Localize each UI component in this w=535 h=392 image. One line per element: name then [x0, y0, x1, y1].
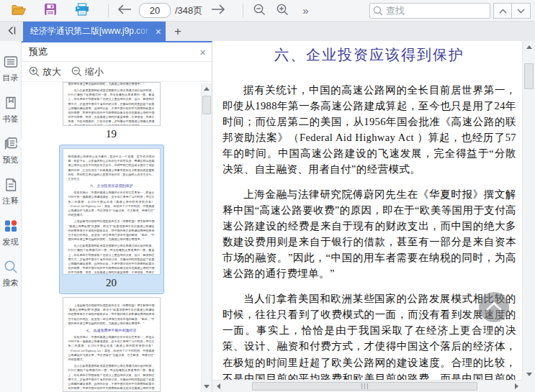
- printer-icon: [75, 3, 89, 18]
- document-tab-title: 经济学通识第二版[www.j9p.cor: [30, 25, 153, 37]
- arrow-right-icon: [211, 4, 225, 17]
- paragraph: 据有关统计，中国的高速公路网的全长目前居世界第一，即使从1988年第一条高速公路…: [222, 82, 516, 177]
- sidebar-item-toc[interactable]: 目录: [2, 55, 19, 82]
- thumbnail-zoom-in-button[interactable]: 放大: [29, 65, 61, 78]
- sidebar-icon-strip: 目录 书签 预览 注释: [0, 41, 22, 392]
- active-document-tab[interactable]: 经济学通识第二版[www.j9p.cor ×: [23, 22, 166, 41]
- mini-paragraph: 上海金融与法律研究院傅蔚冈先生在《华夏时报》撰文解释中国“高速公路要收费”的原因…: [68, 82, 155, 86]
- zoom-out-label: 缩小: [85, 65, 104, 78]
- folder-open-icon: [12, 4, 27, 18]
- vertical-scrollbar-thumb[interactable]: [524, 63, 534, 89]
- magnifier-plus-icon: [29, 66, 40, 77]
- previous-page-button[interactable]: [116, 2, 133, 19]
- scroll-up-arrow[interactable]: [202, 83, 212, 94]
- search-icon: [373, 6, 383, 16]
- section-title: 六、企业投资应该得到保护: [222, 45, 516, 65]
- scroll-up-arrow[interactable]: [523, 41, 535, 53]
- sidebar-item-label: 发现: [2, 237, 19, 246]
- thumbnail-zoom-out-button[interactable]: 缩小: [71, 65, 104, 78]
- zoom-in-label: 放大: [42, 65, 61, 78]
- mini-section-title: 六、企业投资应该得到保护: [68, 183, 155, 188]
- magnifier-plus-icon: [277, 4, 289, 18]
- thumbnail-page-21[interactable]: 上海金融与法律研究院傅蔚冈先生在《华夏时报》撰文解释中国“高速公路要收费”的原因…: [63, 297, 161, 392]
- find-next-button[interactable]: [512, 3, 531, 19]
- preview-panel: 预览 × 放大 缩小 上海金融与法律研究院傅蔚冈先生在《华夏时报》撰文解释中国“…: [22, 41, 212, 392]
- scrollbar-corner: [522, 380, 535, 392]
- mini-paragraph: 据有关统计，中国的高速公路网的全长目前居世界第一，即使从1988年第一条高速公路…: [68, 191, 155, 217]
- thumbnail-list: 上海金融与法律研究院傅蔚冈先生在《华夏时报》撰文解释中国“高速公路要收费”的原因…: [22, 82, 212, 392]
- scroll-down-arrow[interactable]: [202, 381, 212, 392]
- triangle-right-icon: [515, 383, 518, 389]
- next-page-button[interactable]: [210, 2, 227, 19]
- thumbnail-page-19[interactable]: 上海金融与法律研究院傅蔚冈先生在《华夏时报》撰文解释中国“高速公路要收费”的原因…: [63, 82, 161, 126]
- triangle-up-icon: [526, 45, 532, 49]
- document-view: 六、企业投资应该得到保护 据有关统计，中国的高速公路网的全长目前居世界第一，即使…: [212, 41, 535, 392]
- back-to-top-button[interactable]: [479, 292, 509, 322]
- preview-close-button[interactable]: ×: [199, 47, 206, 58]
- document-page: 六、企业投资应该得到保护 据有关统计，中国的高速公路网的全长目前居世界第一，即使…: [212, 41, 522, 380]
- chevron-up-icon: [486, 301, 502, 313]
- preview-scrollbar-thumb[interactable]: [202, 96, 211, 114]
- zoom-in-button[interactable]: [274, 2, 291, 19]
- sidebar-item-label: 注释: [2, 196, 19, 205]
- thumbnail-content: 上海金融与法律研究院傅蔚冈先生在《华夏时报》撰文解释中国“高速公路要收费”的原因…: [63, 82, 160, 126]
- toolbar-divider: [108, 4, 109, 17]
- bookmark-icon: [4, 96, 18, 113]
- triangle-left-icon: [217, 383, 220, 389]
- thumbnail-page-20[interactable]: 既然高速公路是由企业兴建的，那就引发一个道德、哲学或法律问题：政府下令，众多媒体…: [63, 148, 161, 275]
- triangle-down-icon: [204, 385, 210, 388]
- preview-scrollbar[interactable]: [201, 83, 212, 392]
- sidebar-item-label: 目录: [2, 73, 19, 82]
- vertical-scrollbar[interactable]: [522, 41, 535, 380]
- chevron-down-icon: [517, 5, 525, 16]
- horizontal-scrollbar-thumb[interactable]: [252, 382, 477, 391]
- sidebar-item-search[interactable]: 搜索: [2, 260, 19, 287]
- find-bar: [369, 3, 531, 19]
- preview-panel-title: 预览: [29, 45, 199, 58]
- search-input[interactable]: [386, 5, 487, 16]
- zoom-out-button[interactable]: [251, 2, 268, 19]
- more-tools-button[interactable]: »: [297, 2, 314, 19]
- chevron-up-icon: [499, 5, 507, 16]
- toolbar-divider: [243, 4, 243, 17]
- sidebar-item-bookmarks[interactable]: 书签: [2, 96, 19, 123]
- document-tab-bar: 经济学通识第二版[www.j9p.cor × +: [0, 22, 535, 41]
- sidebar-item-label: 书签: [2, 114, 19, 123]
- new-tab-button[interactable]: +: [166, 22, 190, 41]
- tab-close-icon[interactable]: ×: [156, 27, 161, 37]
- preview-panel-header: 预览 ×: [22, 42, 212, 62]
- open-file-button[interactable]: [10, 2, 27, 19]
- discover-grid-icon: [4, 219, 18, 236]
- triangle-up-icon: [204, 87, 210, 91]
- pdf-reader-window: /348页 »: [0, 0, 535, 392]
- print-button[interactable]: [73, 2, 91, 19]
- sidebar-item-label: 预览: [2, 155, 19, 164]
- find-previous-button[interactable]: [493, 3, 512, 19]
- note-page-icon: [4, 178, 18, 195]
- grip-dots-icon: [361, 383, 368, 389]
- mini-paragraph: 上海金融与法律研究院傅蔚冈先生在《华夏时报》撰文解释中国“高速公路要收费”的原因…: [68, 304, 155, 326]
- page-number-input[interactable]: [139, 3, 171, 18]
- magnifier-minus-icon: [253, 4, 266, 18]
- horizontal-scrollbar[interactable]: [212, 380, 522, 392]
- sidebar-item-discover[interactable]: 发现: [2, 219, 19, 246]
- scroll-left-arrow[interactable]: [212, 380, 224, 392]
- collapse-left-icon: [6, 25, 17, 38]
- thumbnail-page-number: 19: [106, 128, 117, 140]
- scroll-right-arrow[interactable]: [511, 380, 522, 392]
- arrow-left-icon: [117, 4, 132, 17]
- mini-paragraph: 当人们拿着美国和欧洲某些国家的公路发展模式相比较的时候，往往只看到了收费模式的一…: [68, 244, 155, 275]
- search-box[interactable]: [369, 3, 490, 19]
- thumbnail-content: 既然高速公路是由企业兴建的，那就引发一个道德、哲学或法律问题：政府下令，众多媒体…: [63, 149, 160, 275]
- save-button[interactable]: [42, 2, 59, 19]
- mini-paragraph: 既然高速公路是由企业兴建的，那就引发一个道德、哲学或法律问题：政府下令，众多媒体…: [68, 155, 155, 181]
- magnifier-minus-icon: [71, 66, 82, 77]
- sidebar-item-preview[interactable]: 预览: [2, 137, 19, 164]
- collapse-tabs-button[interactable]: [0, 22, 23, 41]
- scroll-down-arrow[interactable]: [523, 368, 535, 380]
- sidebar-item-annotations[interactable]: 注释: [2, 178, 19, 205]
- thumbnail-page-number: 20: [63, 277, 161, 289]
- main-toolbar: /348页 »: [0, 0, 535, 22]
- paragraph: 上海金融与法律研究院傅蔚冈先生在《华夏时报》撰文解释中国“高速公路要收费”的原因…: [222, 186, 516, 281]
- mini-paragraph: 上海金融与法律研究院傅蔚冈先生在《华夏时报》撰文解释中国“高速公路要收费”的原因…: [68, 219, 155, 242]
